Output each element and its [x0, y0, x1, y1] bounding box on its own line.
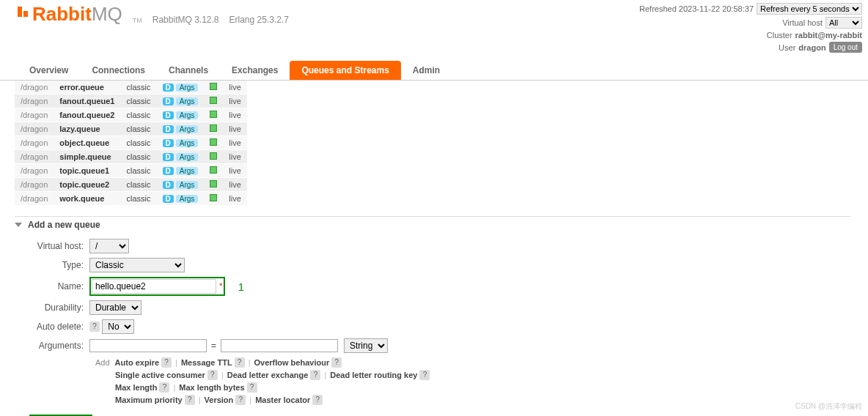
tab-overview[interactable]: Overview	[18, 61, 80, 80]
tab-queues-and-streams[interactable]: Queues and Streams	[290, 61, 400, 80]
arg-link[interactable]: Message TTL	[181, 358, 232, 367]
table-row[interactable]: /dragon fanout.queue2 classic D Args liv…	[15, 108, 247, 122]
queue-name[interactable]: fanout.queue2	[54, 108, 120, 122]
queue-name[interactable]: topic.queue1	[54, 164, 120, 178]
status	[204, 164, 223, 178]
help-icon[interactable]: ?	[207, 370, 218, 380]
separator: |	[324, 371, 326, 379]
add-queue-section[interactable]: Add a new queue	[15, 216, 850, 233]
state: live	[223, 94, 247, 108]
vhost-select[interactable]: All	[825, 17, 862, 29]
annotation-1: 1	[238, 281, 244, 293]
help-icon[interactable]: ?	[247, 382, 257, 393]
badges: D Args	[157, 81, 205, 94]
queue-name[interactable]: topic.queue2	[54, 178, 120, 192]
state: live	[223, 81, 247, 94]
form-name-input[interactable]	[92, 279, 216, 294]
arg-link[interactable]: Version	[205, 395, 234, 404]
user-value: dragon	[798, 43, 825, 52]
help-icon[interactable]: ?	[235, 357, 245, 368]
badges: D Args	[157, 108, 205, 122]
nav-tabs: OverviewConnectionsChannelsExchangesQueu…	[0, 61, 868, 81]
table-row[interactable]: /dragon object.queue classic D Args live	[15, 136, 247, 150]
arg-key-input[interactable]	[89, 339, 207, 352]
vhost-cell: /dragon	[15, 136, 54, 150]
badges: D Args	[157, 136, 205, 150]
table-row[interactable]: /dragon lazy.queue classic D Args live	[15, 122, 247, 136]
version: RabbitMQ 3.12.8	[152, 15, 219, 25]
queue-type: classic	[120, 150, 156, 164]
queue-type: classic	[120, 178, 156, 192]
table-row[interactable]: /dragon error.queue classic D Args live	[15, 81, 247, 94]
tab-connections[interactable]: Connections	[80, 61, 157, 80]
vhost-cell: /dragon	[15, 164, 54, 178]
arg-link[interactable]: Master locator	[255, 395, 310, 404]
status	[204, 81, 223, 94]
queue-type: classic	[120, 94, 156, 108]
queue-name[interactable]: object.queue	[54, 136, 120, 150]
arg-link[interactable]: Max length	[115, 383, 157, 392]
separator: |	[249, 358, 251, 367]
help-icon[interactable]: ?	[185, 395, 195, 405]
arg-link[interactable]: Single active consumer	[115, 371, 205, 379]
tab-admin[interactable]: Admin	[401, 61, 452, 80]
help-icon[interactable]: ?	[310, 370, 320, 380]
queue-name[interactable]: error.queue	[54, 81, 120, 94]
help-icon[interactable]: ?	[312, 395, 323, 405]
watermark: CSDN @浩泽学编程	[795, 401, 862, 412]
state: live	[223, 164, 247, 178]
badges: D Args	[157, 192, 205, 206]
help-icon[interactable]: ?	[419, 370, 430, 380]
user-label: User	[779, 43, 795, 52]
badges: D Args	[157, 164, 205, 178]
arg-link[interactable]: Max length bytes	[179, 383, 244, 392]
state: live	[223, 192, 247, 206]
arg-link[interactable]: Maximum priority	[115, 395, 183, 404]
arg-link[interactable]: Dead letter routing key	[330, 371, 417, 379]
tab-exchanges[interactable]: Exchanges	[220, 61, 290, 80]
status	[204, 150, 223, 164]
table-row[interactable]: /dragon topic.queue2 classic D Args live	[15, 178, 247, 192]
queue-name[interactable]: simple.queue	[54, 150, 120, 164]
status	[204, 192, 223, 206]
arg-value-input[interactable]	[221, 339, 338, 352]
form-autodelete-select[interactable]: No	[102, 319, 134, 334]
arg-type-select[interactable]: String	[344, 338, 388, 353]
arg-link[interactable]: Overflow behaviour	[254, 358, 330, 367]
queue-name[interactable]: work.queue	[54, 192, 120, 206]
logout-button[interactable]: Log out	[829, 42, 862, 53]
table-row[interactable]: /dragon simple.queue classic D Args live	[15, 150, 247, 164]
equals-sign: =	[211, 341, 216, 351]
table-row[interactable]: /dragon work.queue classic D Args live	[15, 192, 247, 206]
help-icon[interactable]: ?	[159, 382, 169, 393]
cluster-value: rabbit@my-rabbit	[795, 31, 862, 40]
status	[204, 122, 223, 136]
queue-name[interactable]: fanout.queue1	[54, 94, 120, 108]
queue-type: classic	[120, 81, 156, 94]
queue-name[interactable]: lazy.queue	[54, 122, 120, 136]
help-icon[interactable]: ?	[89, 322, 100, 332]
form-name-label: Name:	[15, 281, 89, 291]
help-icon[interactable]: ?	[331, 357, 342, 368]
vhost-cell: /dragon	[15, 122, 54, 136]
form-type-select[interactable]: Classic	[89, 258, 185, 272]
form-vhost-select[interactable]: /	[89, 239, 129, 253]
status	[204, 108, 223, 122]
vhost-cell: /dragon	[15, 192, 54, 206]
queue-type: classic	[120, 122, 156, 136]
arg-link[interactable]: Dead letter exchange	[227, 371, 309, 379]
help-icon[interactable]: ?	[235, 395, 246, 405]
state: live	[223, 178, 247, 192]
arg-link[interactable]: Auto expire	[115, 358, 160, 367]
status	[204, 178, 223, 192]
vhost-cell: /dragon	[15, 94, 54, 108]
form-args-label: Arguments:	[15, 341, 89, 351]
table-row[interactable]: /dragon fanout.queue1 classic D Args liv…	[15, 94, 247, 108]
help-icon[interactable]: ?	[161, 357, 172, 368]
table-row[interactable]: /dragon topic.queue1 classic D Args live	[15, 164, 247, 178]
form-durability-select[interactable]: Durable	[89, 300, 141, 315]
required-star: *	[219, 281, 223, 291]
tab-channels[interactable]: Channels	[157, 61, 220, 80]
badges: D Args	[157, 178, 205, 192]
refresh-select[interactable]: Refresh every 5 seconds	[757, 3, 862, 15]
